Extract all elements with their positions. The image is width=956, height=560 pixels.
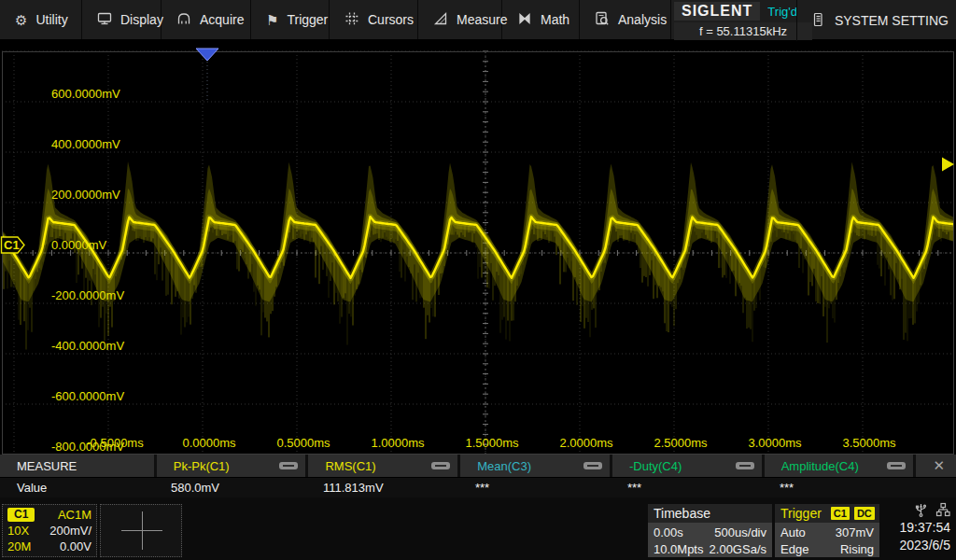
time-axis-label: 2.0000ms	[559, 436, 613, 450]
system-setting-label: SYSTEM SETTING	[835, 13, 949, 28]
measure-col-mean: Mean(C3)	[460, 455, 610, 477]
trigger-source-badge: C1	[831, 507, 850, 520]
timebase-title: Timebase	[654, 506, 710, 521]
channel1-probe: 10X	[7, 524, 29, 538]
time-axis-label: -0.5000ms	[86, 436, 144, 450]
menu-measure[interactable]: Measure	[418, 0, 502, 39]
timebase-scale: 500us/div	[714, 525, 766, 539]
system-setting-button[interactable]: SYSTEM SETTING	[796, 0, 949, 41]
status-date: 2023/6/5	[878, 537, 950, 554]
time-axis-label: 3.0000ms	[748, 436, 802, 450]
measure-label-pkpk: Pk-Pk(C1)	[174, 459, 230, 473]
remove-measure-button[interactable]	[736, 462, 754, 469]
channel1-badge: C1	[7, 508, 35, 522]
measure-value-mean: ***	[458, 478, 608, 497]
voltage-axis-label: 200.0000mV	[51, 188, 120, 202]
clock-block: 19:37:54 2023/6/5	[878, 502, 950, 554]
trigger-level-marker[interactable]	[942, 158, 954, 172]
set-square-icon	[433, 11, 448, 29]
trigger-status-badge: Trig'd	[767, 5, 797, 19]
trigger-level-value: 307mV	[836, 525, 874, 539]
menu-trigger-label: Trigger	[287, 12, 328, 27]
channel1-waveform	[0, 161, 956, 349]
measure-value-rms: 111.813mV	[306, 478, 456, 497]
menu-analysis[interactable]: Analysis	[580, 0, 671, 39]
menu-math[interactable]: Math	[502, 0, 580, 39]
siglent-logo: SIGLENT	[674, 2, 760, 21]
svg-text:C1: C1	[4, 238, 20, 252]
monitor-icon	[97, 11, 112, 29]
voltage-axis-label: -400.0000mV	[51, 339, 124, 353]
trigger-type: Edge	[780, 542, 808, 556]
voltage-axis-label: 0.0000mV	[51, 238, 107, 252]
menu-cursors[interactable]: Cursors	[330, 0, 418, 39]
menu-acquire-label: Acquire	[200, 12, 244, 27]
measure-label-mean: Mean(C3)	[477, 459, 531, 473]
remove-measure-button[interactable]	[431, 462, 450, 469]
menu-utility[interactable]: ⚙ Utility	[0, 0, 82, 39]
timebase-memory-depth: 10.0Mpts	[654, 542, 703, 556]
measure-value-duty: ***	[611, 478, 760, 497]
channel1-descriptor-box[interactable]: C1 AC1M 10X 200mV/ 20M 0.00V	[2, 504, 97, 557]
voltage-axis-label: 600.0000mV	[51, 87, 120, 101]
channel1-offset: 0.00V	[60, 539, 91, 553]
usb-icon	[914, 502, 928, 519]
trigger-slope: Rising	[840, 542, 874, 556]
trigger-mode: Auto	[780, 525, 806, 539]
status-time: 19:37:54	[878, 519, 950, 537]
remove-measure-button[interactable]	[583, 462, 602, 469]
menu-analysis-label: Analysis	[618, 12, 667, 27]
trigger-box[interactable]: Trigger C1 DC Auto 307mV Edge Rising	[775, 504, 879, 557]
timebase-sample-rate: 2.00GSa/s	[710, 542, 766, 556]
measure-value-amplitude: ***	[763, 478, 912, 497]
measure-col-amplitude: Amplitude(C4)	[765, 455, 914, 477]
flag-icon: ⚑	[266, 13, 278, 27]
time-axis-label: 0.0000ms	[182, 436, 236, 450]
measure-col-pkpk: Pk-Pk(C1)	[157, 455, 306, 477]
grid-icon	[344, 11, 359, 29]
measure-title: MEASURE	[17, 459, 77, 473]
plus-icon	[142, 511, 143, 550]
time-axis-label: 2.5000ms	[654, 436, 708, 450]
menu-cursors-label: Cursors	[368, 12, 414, 27]
measure-table: MEASURE Pk-Pk(C1) RMS(C1) Mean(C3) -Duty…	[0, 455, 956, 497]
top-menu-bar: ⚙ Utility Display Acquire ⚑ Trigger Curs…	[0, 0, 956, 41]
brand-status-block: SIGLENT Trig'd f = 55.11315kHz	[674, 2, 816, 39]
setting-list-icon	[810, 12, 825, 30]
time-axis-label: 1.0000ms	[371, 436, 425, 450]
close-measure-button[interactable]: ✕	[933, 457, 945, 474]
add-channel-box[interactable]	[100, 504, 182, 557]
doc-magnifier-icon	[595, 11, 610, 29]
remove-measure-button[interactable]	[279, 462, 298, 469]
measure-value-row-label: Value	[0, 478, 154, 497]
voltage-axis-label: -200.0000mV	[51, 288, 124, 302]
remove-measure-button[interactable]	[887, 462, 906, 469]
measure-label-amplitude: Amplitude(C4)	[781, 459, 859, 473]
menu-display-label: Display	[120, 12, 163, 27]
menu-acquire[interactable]: Acquire	[162, 0, 251, 39]
measure-value-pkpk: 580.0mV	[154, 478, 303, 497]
channel1-bandwidth: 20M	[7, 539, 31, 553]
waveform-display-area: 600.0000mV400.0000mV200.0000mV0.0000mV-2…	[0, 41, 956, 455]
menu-trigger[interactable]: ⚑ Trigger	[251, 0, 330, 39]
time-axis-label: 3.5000ms	[842, 436, 896, 450]
trigger-coupling-badge: DC	[854, 507, 875, 520]
menu-utility-label: Utility	[35, 12, 67, 27]
bowtie-icon	[517, 11, 532, 29]
channel-offset-marker[interactable]: C1	[2, 237, 25, 253]
measure-col-rms: RMS(C1)	[308, 455, 457, 477]
measure-label-duty: -Duty(C4)	[629, 459, 682, 473]
timebase-box[interactable]: Timebase 0.00s 500us/div 10.0Mpts 2.00GS…	[648, 504, 772, 557]
frequency-counter: f = 55.11315kHz	[674, 22, 812, 40]
measure-title-cell: MEASURE	[0, 455, 154, 477]
trigger-title: Trigger	[780, 506, 822, 521]
voltage-axis-label: 400.0000mV	[51, 137, 120, 151]
measure-label-rms: RMS(C1)	[325, 459, 375, 473]
menu-measure-label: Measure	[457, 12, 507, 27]
measure-close-cell: ✕	[916, 455, 956, 477]
timebase-delay: 0.00s	[654, 525, 683, 539]
gear-icon: ⚙	[15, 13, 27, 27]
voltage-axis-label: -600.0000mV	[51, 389, 124, 403]
menu-display[interactable]: Display	[82, 0, 162, 39]
trigger-position-marker[interactable]	[196, 49, 218, 61]
